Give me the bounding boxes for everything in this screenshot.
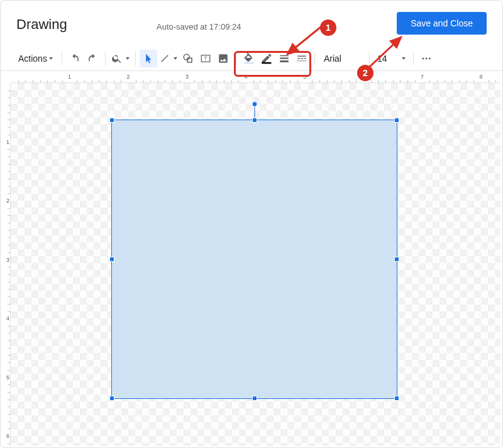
- separator: [135, 52, 136, 65]
- horizontal-ruler: 12345678: [11, 74, 500, 83]
- border-weight-button[interactable]: [275, 50, 293, 67]
- svg-point-1: [184, 54, 189, 60]
- image-tool[interactable]: [214, 50, 232, 67]
- resize-handle-l[interactable]: [109, 257, 114, 262]
- textbox-tool[interactable]: T: [197, 50, 214, 67]
- ruler-h-label: 8: [478, 74, 484, 80]
- ruler-v-label: 1: [6, 139, 9, 145]
- ruler-h-label: 7: [419, 74, 425, 80]
- ruler-v-label: 5: [6, 374, 9, 381]
- textbox-icon: T: [200, 53, 211, 64]
- undo-icon: [69, 53, 80, 64]
- fill-color-button[interactable]: [240, 50, 258, 67]
- svg-rect-17: [303, 60, 304, 62]
- svg-line-0: [162, 55, 169, 62]
- chevron-down-icon: [402, 57, 406, 60]
- svg-rect-13: [304, 58, 306, 59]
- redo-button[interactable]: [84, 50, 101, 67]
- svg-rect-16: [301, 60, 302, 62]
- ruler-h-label: 1: [67, 74, 72, 80]
- ruler-h-label: 3: [184, 74, 190, 80]
- svg-rect-8: [280, 57, 289, 59]
- svg-rect-7: [280, 55, 289, 56]
- pencil-icon: [260, 52, 273, 65]
- svg-point-19: [422, 57, 424, 59]
- resize-handle-t[interactable]: [252, 118, 257, 123]
- shape-icon: [182, 53, 194, 64]
- vertical-ruler: 123456: [2, 83, 11, 446]
- svg-rect-2: [187, 58, 192, 62]
- resize-handle-bl[interactable]: [109, 396, 114, 401]
- chevron-down-icon: [174, 57, 177, 60]
- chevron-down-icon: [126, 57, 130, 60]
- select-tool[interactable]: [140, 50, 157, 67]
- ruler-v-label: 6: [6, 433, 9, 439]
- fill-icon: [243, 52, 255, 65]
- shape-tool[interactable]: [179, 50, 197, 67]
- line-dash-icon: [296, 53, 307, 64]
- chevron-down-icon: [49, 57, 53, 60]
- svg-rect-6: [262, 62, 271, 64]
- svg-rect-5: [244, 62, 253, 64]
- ruler-h-label: 2: [125, 74, 131, 80]
- font-family-dropdown[interactable]: Arial: [319, 50, 365, 67]
- dialog-title: Drawing: [16, 16, 67, 33]
- svg-rect-10: [297, 55, 306, 57]
- separator: [314, 52, 315, 65]
- ruler-h-label: 5: [302, 74, 307, 80]
- svg-rect-9: [280, 60, 289, 62]
- font-size-dropdown[interactable]: 14: [373, 50, 409, 67]
- line-weight-icon: [279, 53, 290, 64]
- actions-label: Actions: [18, 53, 47, 64]
- zoom-button[interactable]: [109, 50, 131, 67]
- svg-rect-14: [297, 60, 299, 62]
- selected-rectangle-shape[interactable]: [111, 120, 397, 399]
- border-color-button[interactable]: [258, 50, 275, 67]
- drawing-canvas[interactable]: [11, 83, 500, 446]
- resize-handle-b[interactable]: [252, 396, 257, 401]
- svg-rect-12: [301, 58, 303, 59]
- resize-handle-br[interactable]: [394, 396, 399, 401]
- resize-handle-tr[interactable]: [394, 118, 399, 123]
- svg-point-20: [425, 57, 427, 59]
- ruler-v-label: 4: [6, 315, 9, 322]
- svg-point-21: [428, 57, 430, 59]
- resize-handle-r[interactable]: [394, 257, 399, 262]
- annotation-callout-2: 2: [357, 65, 373, 81]
- more-button[interactable]: [417, 50, 435, 67]
- rotation-connector: [254, 105, 255, 118]
- resize-handle-tl[interactable]: [109, 118, 114, 123]
- redo-icon: [87, 53, 98, 64]
- separator: [369, 52, 370, 65]
- separator: [413, 52, 414, 65]
- font-size-value: 14: [377, 53, 387, 64]
- image-icon: [218, 53, 229, 64]
- actions-menu[interactable]: Actions: [13, 50, 58, 67]
- cursor-icon: [143, 53, 154, 64]
- toolbar: Actions T Arial: [1, 46, 502, 71]
- svg-rect-15: [299, 60, 301, 62]
- undo-button[interactable]: [66, 50, 84, 67]
- svg-rect-11: [297, 58, 300, 59]
- separator: [236, 52, 236, 65]
- separator: [62, 52, 62, 65]
- separator: [105, 52, 106, 65]
- ruler-v-label: 2: [6, 198, 9, 204]
- autosave-status: Auto-saved at 17:09:24: [157, 22, 241, 31]
- svg-rect-18: [305, 60, 306, 62]
- save-and-close-button[interactable]: Save and Close: [397, 12, 487, 35]
- svg-text:T: T: [204, 56, 207, 62]
- zoom-icon: [111, 53, 123, 64]
- ruler-h-label: 4: [243, 74, 248, 80]
- line-icon: [159, 53, 170, 64]
- border-dash-button[interactable]: [293, 50, 311, 67]
- rotation-handle[interactable]: [252, 101, 257, 107]
- ruler-v-label: 3: [6, 257, 9, 263]
- line-tool[interactable]: [157, 50, 179, 67]
- annotation-callout-1: 1: [320, 20, 336, 36]
- more-horizontal-icon: [421, 53, 432, 64]
- font-family-value: Arial: [324, 53, 341, 64]
